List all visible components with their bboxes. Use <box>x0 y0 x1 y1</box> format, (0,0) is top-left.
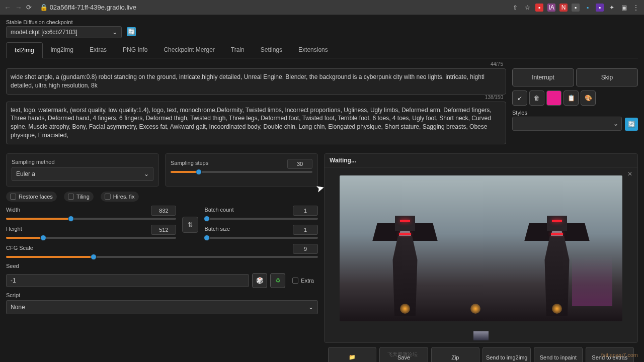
height-slider[interactable] <box>6 237 176 239</box>
sampling-method-label: Sampling method <box>12 159 153 165</box>
send-img2img-button[interactable]: Send to img2img <box>482 347 531 362</box>
cfg-label: CFG Scale <box>6 245 33 251</box>
back-icon[interactable]: ← <box>4 4 11 12</box>
chevron-down-icon: ⌄ <box>613 120 618 127</box>
batch-count-input[interactable]: 1 <box>293 206 318 216</box>
sampling-method-select[interactable]: Euler a⌄ <box>12 167 153 181</box>
refresh-checkpoint-button[interactable]: 🔄 <box>127 27 136 36</box>
extensions-icon[interactable]: ✦ <box>608 4 616 12</box>
restore-faces-checkbox[interactable]: Restore faces <box>6 192 57 202</box>
forward-icon[interactable]: → <box>15 4 22 12</box>
extra-seed-checkbox[interactable]: Extra <box>288 276 318 286</box>
close-icon[interactable]: ✕ <box>627 170 632 177</box>
tab-train[interactable]: Train <box>223 42 253 58</box>
chevron-down-icon: ⌄ <box>112 29 117 36</box>
random-seed-button[interactable]: 🎲 <box>252 273 267 288</box>
ext-icon[interactable]: ▪ <box>535 4 543 12</box>
styles-select[interactable]: ⌄ <box>512 117 622 131</box>
prompt-input[interactable]: wide shot angle, a (gundam:0.8) robot st… <box>6 68 506 95</box>
sampling-steps-input[interactable]: 30 <box>287 159 312 169</box>
seed-label: Seed <box>6 263 318 269</box>
batch-size-slider[interactable] <box>204 237 318 239</box>
script-select[interactable]: None⌄ <box>6 300 318 314</box>
cfg-input[interactable]: 9 <box>293 244 318 254</box>
batch-count-label: Batch count <box>204 207 233 213</box>
hires-fix-checkbox[interactable]: Hires. fix <box>101 192 139 202</box>
negative-token-count: 138/150 <box>485 95 503 100</box>
ext-icon[interactable]: IA <box>547 4 555 12</box>
output-thumbnail[interactable] <box>473 331 489 340</box>
apply-style-button[interactable]: 🔄 <box>625 118 638 131</box>
width-input[interactable]: 832 <box>151 206 176 216</box>
sampling-steps-label: Sampling steps <box>171 160 208 166</box>
share-icon[interactable]: ⇧ <box>511 4 519 12</box>
zip-button[interactable]: Zip <box>431 347 479 362</box>
seed-input[interactable]: -1 <box>6 274 249 287</box>
send-inpaint-button[interactable]: Send to inpaint <box>534 347 582 362</box>
tab-checkpoint-merger[interactable]: Checkpoint Merger <box>155 42 222 58</box>
checkpoint-select[interactable]: model.ckpt [cc6cb27103] ⌄ <box>6 26 122 38</box>
chevron-down-icon: ⌄ <box>308 304 313 311</box>
watermark: 飞天资源论坛 <box>387 351 418 358</box>
height-input[interactable]: 512 <box>151 225 176 235</box>
tab-pnginfo[interactable]: PNG Info <box>115 42 155 58</box>
height-label: Height <box>6 226 22 232</box>
clipboard-icon-button[interactable]: 📋 <box>564 90 579 106</box>
palette-icon-button[interactable]: 🎨 <box>581 90 596 106</box>
batch-size-label: Batch size <box>204 226 230 232</box>
reuse-seed-button[interactable]: ♻ <box>270 273 285 288</box>
trash-icon-button[interactable]: 🗑 <box>529 90 544 106</box>
ext-icon[interactable]: ▪ <box>572 4 580 12</box>
sampling-steps-slider[interactable] <box>171 171 312 173</box>
open-folder-button[interactable]: 📁 <box>328 347 376 362</box>
cfg-slider[interactable] <box>6 256 318 258</box>
menu-icon[interactable]: ⋮ <box>632 4 640 12</box>
star-icon[interactable]: ☆ <box>523 4 531 12</box>
tab-img2img[interactable]: img2img <box>43 42 82 58</box>
arrow-icon-button[interactable]: ↙ <box>512 90 527 106</box>
browser-bar: ← → ⟳ 🔒 02a56ff4-71ff-439e.gradio.live ⇧… <box>0 0 644 15</box>
script-label: Script <box>6 292 318 298</box>
browser-extensions: ⇧ ☆ ▪ IA N ▪ ▪ ▪ ✦ ▣ ⋮ <box>511 4 640 12</box>
url-bar[interactable]: 🔒 02a56ff4-71ff-439e.gradio.live <box>36 4 507 11</box>
ext-icon[interactable]: N <box>559 4 568 12</box>
watermark: feitianwu7.com <box>601 352 638 358</box>
style-create-button[interactable] <box>546 90 561 106</box>
tab-extras[interactable]: Extras <box>82 42 115 58</box>
ext-icon[interactable]: ▪ <box>596 4 604 12</box>
main-tabs: txt2img img2img Extras PNG Info Checkpoi… <box>6 42 638 58</box>
tab-txt2img[interactable]: txt2img <box>6 42 43 58</box>
output-panel: Waiting... ✕ <box>324 153 638 343</box>
tab-extensions[interactable]: Extensions <box>290 42 336 58</box>
batch-count-slider[interactable] <box>204 218 318 220</box>
reload-icon[interactable]: ⟳ <box>26 4 32 11</box>
width-label: Width <box>6 207 20 213</box>
chevron-down-icon: ⌄ <box>144 170 149 177</box>
output-image[interactable] <box>340 175 622 321</box>
ext-icon[interactable]: ▪ <box>584 4 592 12</box>
negative-prompt-input[interactable]: text, logo, watermark, (worst quality, l… <box>6 102 506 144</box>
interrupt-button[interactable]: Interrupt <box>512 68 574 86</box>
tab-settings[interactable]: Settings <box>253 42 290 58</box>
tiling-checkbox[interactable]: Tiling <box>64 192 94 202</box>
prompt-token-count: 44/75 <box>491 61 503 67</box>
width-slider[interactable] <box>6 218 176 220</box>
batch-size-input[interactable]: 1 <box>293 225 318 235</box>
skip-button[interactable]: Skip <box>576 68 638 86</box>
swap-dimensions-button[interactable]: ⇅ <box>182 217 198 233</box>
output-status: Waiting... <box>325 154 637 167</box>
styles-label: Styles <box>512 110 622 116</box>
panel-icon[interactable]: ▣ <box>620 4 628 12</box>
checkpoint-label: Stable Diffusion checkpoint <box>6 19 122 25</box>
